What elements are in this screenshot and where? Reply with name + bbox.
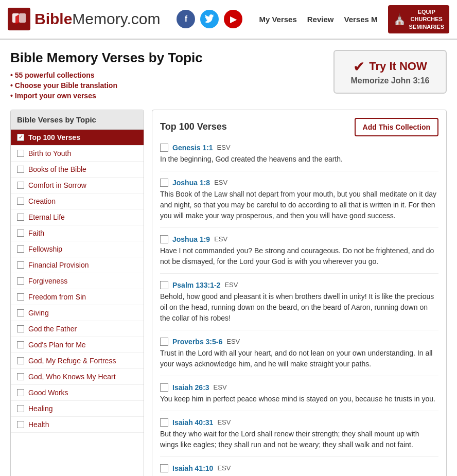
sidebar-item-8[interactable]: Financial Provision: [11, 257, 144, 273]
verse-translation-0: ESV: [217, 144, 231, 151]
verses-link[interactable]: Verses M: [344, 15, 377, 24]
sidebar-item-0[interactable]: Top 100 Verses: [11, 130, 144, 146]
sidebar-item-16[interactable]: Good Works: [11, 385, 144, 401]
sidebar-item-12[interactable]: God the Father: [11, 321, 144, 337]
sidebar-item-label-3: Comfort in Sorrow: [28, 181, 86, 189]
facebook-link[interactable]: f: [177, 10, 195, 28]
sidebar-item-3[interactable]: Comfort in Sorrow: [11, 178, 144, 193]
sidebar-checkbox-6: [17, 230, 24, 237]
verse-translation-1: ESV: [214, 179, 227, 186]
sidebar-item-7[interactable]: Fellowship: [11, 241, 144, 257]
verse-translation-4: ESV: [226, 338, 240, 345]
verse-ref-0[interactable]: Genesis 1:1: [172, 144, 213, 152]
sidebar-checkbox-8: [17, 261, 24, 269]
verse-ref-1[interactable]: Joshua 1:8: [172, 179, 210, 187]
sidebar-item-label-8: Financial Provision: [28, 261, 89, 269]
checkmark-icon: ✔: [353, 58, 365, 75]
add-collection-button[interactable]: Add This Collection: [355, 118, 438, 136]
try-now-label: Try It NOW: [369, 60, 427, 73]
sidebar-item-label-18: Health: [28, 420, 49, 429]
sidebar-item-6[interactable]: Faith: [11, 225, 144, 241]
verse-ref-6[interactable]: Isaiah 40:31: [172, 418, 213, 427]
sidebar-item-17[interactable]: Healing: [11, 401, 144, 417]
sidebar-checkbox-10: [17, 293, 24, 301]
try-now-top: ✔ Try It NOW: [353, 58, 427, 75]
verse-text-6: But they who wait for the Lord shall ren…: [160, 429, 438, 450]
bullet-2[interactable]: Choose your Bible translation: [10, 81, 203, 90]
bullet-1: 55 powerful collections: [10, 71, 203, 79]
sidebar-item-label-4: Creation: [28, 197, 56, 205]
sidebar-item-4[interactable]: Creation: [11, 193, 144, 209]
verse-item-6: Isaiah 40:31ESVBut they who wait for the…: [160, 418, 438, 457]
twitter-link[interactable]: [200, 10, 219, 28]
sidebar-checkbox-9: [17, 277, 24, 285]
sidebar-item-1[interactable]: Birth to Youth: [11, 146, 144, 162]
sidebar-checkbox-13: [17, 341, 24, 348]
verse-translation-3: ESV: [224, 281, 238, 289]
sidebar-item-label-2: Books of the Bible: [28, 165, 86, 173]
right-panel: Top 100 Verses Add This Collection Genes…: [152, 110, 447, 476]
bullet-3[interactable]: Import your own verses: [10, 92, 203, 100]
verse-item-0: Genesis 1:1ESVIn the beginning, God crea…: [160, 144, 438, 171]
sidebar: Bible Verses by Topic Top 100 VersesBirt…: [10, 110, 144, 476]
verse-translation-7: ESV: [217, 464, 231, 472]
sidebar-item-label-15: God, Who Knows My Heart: [28, 373, 116, 381]
verse-checkbox-6[interactable]: [160, 418, 168, 427]
hero-left: Bible Memory Verses by Topic 55 powerful…: [10, 50, 203, 102]
sidebar-checkbox-4: [17, 198, 24, 205]
verse-ref-3[interactable]: Psalm 133:1-2: [172, 281, 220, 289]
verses-list: Genesis 1:1ESVIn the beginning, God crea…: [160, 144, 438, 476]
try-now-button[interactable]: ✔ Try It NOW Memorize John 3:16: [333, 50, 447, 94]
sidebar-checkbox-14: [17, 357, 24, 364]
verse-checkbox-1[interactable]: [160, 179, 168, 187]
sidebar-item-9[interactable]: Forgiveness: [11, 273, 144, 289]
sidebar-item-13[interactable]: God's Plan for Me: [11, 337, 144, 353]
sidebar-item-14[interactable]: God, My Refuge & Fortress: [11, 353, 144, 369]
verse-checkbox-5[interactable]: [160, 383, 168, 392]
sidebar-item-18[interactable]: Health: [11, 417, 144, 433]
verse-ref-line-1: Joshua 1:8ESV: [160, 179, 438, 187]
svg-rect-1: [19, 13, 26, 23]
sidebar-checkbox-2: [17, 166, 24, 173]
verse-ref-line-2: Joshua 1:9ESV: [160, 235, 438, 243]
verse-checkbox-0[interactable]: [160, 144, 168, 152]
sidebar-checkbox-16: [17, 389, 24, 396]
verse-checkbox-3[interactable]: [160, 281, 168, 289]
verse-ref-2[interactable]: Joshua 1:9: [172, 235, 210, 243]
verse-ref-line-5: Isaiah 26:3ESV: [160, 383, 438, 392]
sidebar-item-10[interactable]: Freedom from Sin: [11, 289, 144, 305]
sidebar-checkbox-1: [17, 150, 24, 157]
panel-title: Top 100 Verses: [160, 121, 227, 132]
sidebar-checkbox-15: [17, 373, 24, 380]
sidebar-item-15[interactable]: God, Who Knows My Heart: [11, 369, 144, 385]
review-link[interactable]: Review: [307, 15, 334, 24]
sidebar-checkbox-12: [17, 325, 24, 332]
verse-ref-7[interactable]: Isaiah 41:10: [172, 464, 213, 472]
equip-badge-text: EQUIP CHURCHES SEMINARIES: [409, 8, 444, 30]
youtube-link[interactable]: ▶: [224, 10, 242, 28]
sidebar-checkbox-5: [17, 214, 24, 221]
sidebar-item-2[interactable]: Books of the Bible: [11, 162, 144, 178]
sidebar-checkbox-18: [17, 421, 24, 428]
sidebar-item-label-1: Birth to Youth: [28, 149, 71, 157]
my-verses-link[interactable]: My Verses: [259, 15, 296, 24]
verse-ref-4[interactable]: Proverbs 3:5-6: [172, 338, 222, 346]
sidebar-checkbox-3: [17, 182, 24, 189]
equip-badge[interactable]: ⛪ EQUIP CHURCHES SEMINARIES: [388, 5, 449, 33]
verse-ref-line-3: Psalm 133:1-2ESV: [160, 281, 438, 289]
verse-checkbox-2[interactable]: [160, 235, 168, 243]
verse-ref-5[interactable]: Isaiah 26:3: [172, 383, 209, 392]
verse-ref-line-4: Proverbs 3:5-6ESV: [160, 338, 438, 346]
verse-ref-line-0: Genesis 1:1ESV: [160, 144, 438, 152]
verse-checkbox-7[interactable]: [160, 464, 168, 472]
sidebar-item-label-5: Eternal Life: [28, 213, 65, 221]
sidebar-item-label-6: Faith: [28, 229, 44, 237]
sidebar-item-5[interactable]: Eternal Life: [11, 209, 144, 225]
nav-links: My Verses Review Verses M ⛪ EQUIP CHURCH…: [259, 5, 449, 33]
sidebar-item-11[interactable]: Giving: [11, 305, 144, 321]
hero-bullets: 55 powerful collections Choose your Bibl…: [10, 71, 203, 100]
sidebar-item-label-12: God the Father: [28, 325, 77, 333]
hero-section: Bible Memory Verses by Topic 55 powerful…: [0, 40, 457, 110]
sidebar-checkbox-7: [17, 245, 24, 253]
verse-checkbox-4[interactable]: [160, 338, 168, 346]
